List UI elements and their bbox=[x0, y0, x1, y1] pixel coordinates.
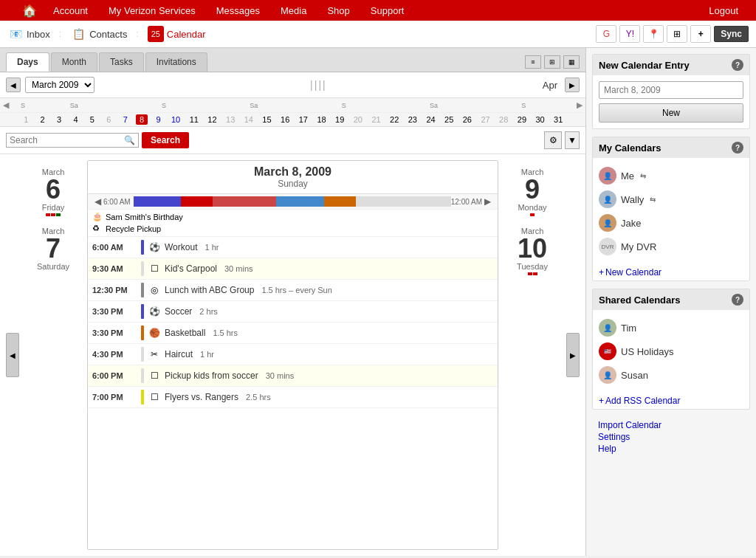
date-cell-22[interactable]: 22 bbox=[388, 114, 401, 125]
date-cell-1[interactable]: 1 bbox=[20, 114, 32, 125]
nav-media[interactable]: Media bbox=[281, 5, 306, 16]
prev-month-btn[interactable]: ◀ bbox=[6, 78, 21, 92]
date-cell-6[interactable]: 6 bbox=[103, 114, 114, 125]
date-cell-20[interactable]: 20 bbox=[351, 114, 365, 125]
prev-week-nav[interactable]: ◀ bbox=[3, 100, 18, 110]
help-link[interactable]: Help bbox=[598, 444, 744, 454]
logout-button[interactable]: Logout bbox=[709, 5, 738, 16]
event-row-7[interactable]: 7:00 PM ☐ Flyers vs. Rangers 2.5 hrs bbox=[88, 387, 498, 408]
home-icon[interactable]: 🏠 bbox=[22, 4, 37, 18]
dropdown-button[interactable]: ▼ bbox=[565, 131, 580, 149]
date-cell-28[interactable]: 28 bbox=[497, 114, 510, 125]
next-month-btn[interactable]: ▶ bbox=[565, 78, 580, 92]
new-calendar-link[interactable]: + New Calendar bbox=[593, 264, 749, 280]
date-cell-7[interactable]: 7 bbox=[120, 114, 131, 125]
event-row-1[interactable]: 9:30 AM ☐ Kid's Carpool 30 mins bbox=[88, 258, 498, 280]
allday-birthday[interactable]: 🎂 Sam Smith's Birthday bbox=[92, 211, 493, 223]
new-entry-help[interactable]: ? bbox=[732, 59, 743, 71]
tab-days[interactable]: Days bbox=[6, 52, 49, 72]
view-list-btn[interactable]: ≡ bbox=[525, 55, 541, 69]
cal-item-wally[interactable]: 👤 Wally ⇆ bbox=[599, 187, 743, 211]
date-cell-8[interactable]: 8 bbox=[136, 114, 148, 125]
windows-icon-btn[interactable]: ⊞ bbox=[667, 25, 687, 43]
date-cell-31[interactable]: 31 bbox=[551, 114, 565, 125]
date-cell-13[interactable]: 13 bbox=[224, 114, 237, 125]
events-list: 6:00 AM ⚽ Workout 1 hr 9:30 AM ☐ Kid's C… bbox=[88, 237, 498, 549]
cal-item-jake[interactable]: 👤 Jake bbox=[599, 211, 743, 235]
google-icon-btn[interactable]: G bbox=[596, 25, 616, 43]
side-day-7[interactable]: March 7 Saturday bbox=[24, 219, 83, 271]
event-row-3[interactable]: 3:30 PM ⚽ Soccer 2 hrs bbox=[88, 301, 498, 323]
side-day-9[interactable]: March 9 Monday bbox=[503, 160, 562, 216]
yahoo-icon-btn[interactable]: Y! bbox=[619, 25, 640, 43]
tl-prev[interactable]: ◀ bbox=[92, 196, 103, 207]
date-cell-26[interactable]: 26 bbox=[461, 114, 474, 125]
shared-cal-us-holidays[interactable]: 🇺🇸 US Holidays bbox=[599, 340, 743, 363]
date-cell-23[interactable]: 23 bbox=[406, 114, 419, 125]
shared-cal-tim[interactable]: 👤 Tim bbox=[599, 316, 743, 340]
date-cell-16[interactable]: 16 bbox=[278, 114, 292, 125]
search-button[interactable]: Search bbox=[142, 132, 189, 148]
next-day-btn[interactable]: ▶ bbox=[566, 333, 580, 377]
date-cell-4[interactable]: 4 bbox=[69, 114, 81, 125]
event-row-0[interactable]: 6:00 AM ⚽ Workout 1 hr bbox=[88, 237, 498, 258]
date-cell-30[interactable]: 30 bbox=[533, 114, 546, 125]
import-calendar-link[interactable]: Import Calendar bbox=[598, 420, 744, 430]
view-compact-btn[interactable]: ▦ bbox=[563, 55, 580, 69]
date-cell-5[interactable]: 5 bbox=[86, 114, 98, 125]
date-cell-25[interactable]: 25 bbox=[442, 114, 456, 125]
tab-tasks[interactable]: Tasks bbox=[99, 52, 144, 72]
event-row-5[interactable]: 4:30 PM ✂ Haircut 1 hr bbox=[88, 344, 498, 365]
date-cell-10[interactable]: 10 bbox=[169, 114, 182, 125]
date-cell-9[interactable]: 9 bbox=[153, 114, 165, 125]
cal-item-me[interactable]: 👤 Me ⇆ bbox=[599, 164, 743, 187]
prev-day-btn[interactable]: ◀ bbox=[6, 333, 19, 377]
contacts-tab[interactable]: 📋 Contacts bbox=[70, 26, 127, 42]
search-input[interactable] bbox=[10, 135, 124, 145]
date-cell-17[interactable]: 17 bbox=[297, 114, 310, 125]
nav-messages[interactable]: Messages bbox=[216, 5, 260, 16]
date-cell-14[interactable]: 14 bbox=[242, 114, 255, 125]
nav-shop[interactable]: Shop bbox=[327, 5, 349, 16]
date-cell-24[interactable]: 24 bbox=[424, 114, 437, 125]
inbox-tab[interactable]: 📧 Inbox bbox=[7, 26, 50, 42]
tl-next[interactable]: ▶ bbox=[482, 196, 493, 207]
date-cell-21[interactable]: 21 bbox=[369, 114, 382, 125]
event-row-2[interactable]: 12:30 PM ◎ Lunch with ABC Group 1.5 hrs … bbox=[88, 280, 498, 301]
date-cell-15[interactable]: 15 bbox=[260, 114, 273, 125]
nav-my-verizon[interactable]: My Verizon Services bbox=[109, 5, 196, 16]
map-icon-btn[interactable]: 📍 bbox=[643, 25, 664, 43]
month-year-select[interactable]: March 2009 bbox=[25, 77, 94, 93]
shared-cal-help[interactable]: ? bbox=[732, 294, 743, 306]
date-cell-29[interactable]: 29 bbox=[515, 114, 529, 125]
tab-invitations[interactable]: Invitations bbox=[145, 52, 207, 72]
date-cell-11[interactable]: 11 bbox=[188, 114, 201, 125]
side-day-6[interactable]: March 6 Friday bbox=[24, 160, 83, 216]
tab-month[interactable]: Month bbox=[51, 52, 97, 72]
new-entry-input[interactable] bbox=[599, 81, 743, 99]
side-day-10[interactable]: March 10 Tuesday bbox=[503, 219, 562, 275]
date-cell-3[interactable]: 3 bbox=[53, 114, 65, 125]
cal-item-mydvr[interactable]: DVR My DVR bbox=[599, 235, 743, 258]
gear-button[interactable]: ⚙ bbox=[544, 131, 562, 149]
date-cell-12[interactable]: 12 bbox=[205, 114, 219, 125]
add-icon-btn[interactable]: + bbox=[690, 25, 711, 43]
date-cell-18[interactable]: 18 bbox=[315, 114, 328, 125]
view-grid-btn[interactable]: ⊞ bbox=[544, 55, 560, 69]
allday-recycle[interactable]: ♻ Recycle Pickup bbox=[92, 223, 493, 235]
date-cell-19[interactable]: 19 bbox=[333, 114, 346, 125]
add-rss-link[interactable]: + Add RSS Calendar bbox=[593, 393, 749, 409]
date-cell-27[interactable]: 27 bbox=[478, 114, 492, 125]
nav-account[interactable]: Account bbox=[53, 5, 88, 16]
nav-support[interactable]: Support bbox=[371, 5, 405, 16]
sync-button[interactable]: Sync bbox=[714, 26, 749, 42]
my-cal-help[interactable]: ? bbox=[732, 142, 743, 154]
shared-cal-susan[interactable]: 👤 Susan bbox=[599, 363, 743, 387]
date-cell-2[interactable]: 2 bbox=[37, 114, 49, 125]
calendar-tab[interactable]: 25 Calendar bbox=[148, 26, 206, 42]
settings-link[interactable]: Settings bbox=[598, 432, 744, 442]
new-entry-button[interactable]: New bbox=[599, 103, 743, 123]
next-week-nav[interactable]: ▶ bbox=[568, 100, 583, 110]
event-row-6[interactable]: 6:00 PM ☐ Pickup kids from soccer 30 min… bbox=[88, 365, 498, 387]
event-row-4[interactable]: 3:30 PM 🏀 Basketball 1.5 hrs bbox=[88, 323, 498, 344]
